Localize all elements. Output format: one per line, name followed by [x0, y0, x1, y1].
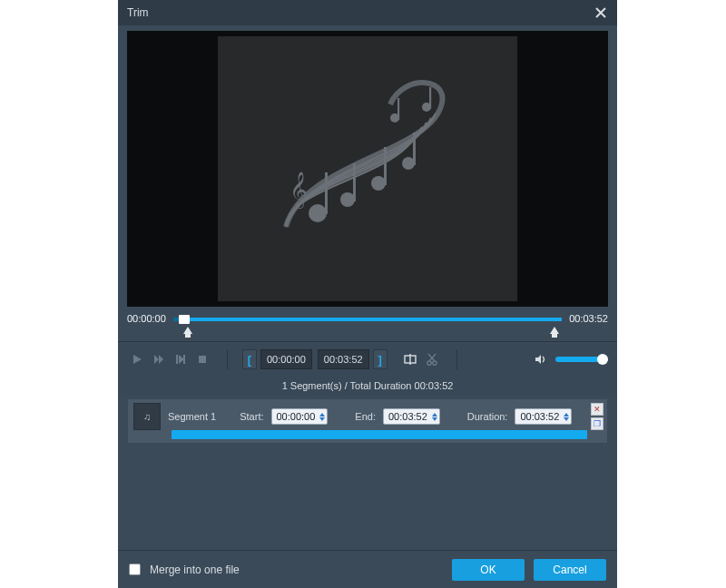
segment-start-field[interactable]: 00:00:00 [271, 408, 329, 425]
cut-button[interactable] [422, 349, 442, 369]
svg-rect-10 [397, 98, 399, 120]
close-icon [595, 7, 606, 18]
volume-slider[interactable] [555, 357, 608, 362]
music-artwork-icon: 𝄞 [250, 64, 486, 275]
trim-end-handle[interactable] [550, 327, 559, 334]
timeline-track[interactable] [173, 312, 562, 325]
music-note-icon: ♫ [143, 411, 151, 422]
set-end-button[interactable]: ] [373, 349, 388, 369]
segment-row[interactable]: ♫ Segment 1 Start: 00:00:00 End: 00:03:5… [127, 398, 608, 444]
merge-label: Merge into one file [150, 564, 240, 576]
segment-duration-field[interactable]: 00:03:52 [515, 408, 572, 425]
set-start-button[interactable]: [ [242, 349, 257, 369]
preview-thumbnail: 𝄞 [218, 36, 517, 301]
close-button[interactable] [594, 5, 608, 20]
duplicate-segment-button[interactable]: ❐ [591, 417, 603, 430]
svg-rect-1 [325, 172, 328, 214]
trim-start-handle[interactable] [183, 327, 192, 334]
segments-empty-area [118, 446, 617, 550]
start-timecode[interactable]: 00:00:00 [260, 349, 312, 369]
svg-rect-13 [199, 356, 206, 363]
svg-text:𝄞: 𝄞 [289, 172, 308, 209]
svg-rect-5 [384, 147, 387, 185]
duration-label: Duration: [467, 411, 508, 422]
end-timecode[interactable]: 00:03:52 [318, 349, 369, 369]
merge-checkbox[interactable] [129, 564, 141, 575]
svg-rect-7 [413, 132, 416, 165]
titlebar: Trim [118, 0, 617, 25]
timeline: 00:00:00 00:03:52 [118, 307, 617, 327]
cancel-button[interactable]: Cancel [534, 559, 606, 581]
end-label: End: [355, 411, 376, 422]
segment-status: 1 Segment(s) / Total Duration 00:03:52 [118, 375, 617, 397]
svg-point-4 [371, 176, 386, 191]
dialog-footer: Merge into one file OK Cancel [118, 550, 617, 588]
segment-thumbnail: ♫ [133, 403, 161, 430]
svg-point-2 [340, 192, 355, 207]
playback-controls: [ 00:00:00 00:03:52 ] [118, 344, 617, 375]
fast-forward-button[interactable] [149, 349, 169, 369]
timeline-playhead[interactable] [179, 315, 190, 324]
segment-name: Segment 1 [168, 411, 216, 422]
trim-handles [127, 327, 608, 339]
stop-button[interactable] [192, 349, 212, 369]
svg-point-0 [309, 204, 327, 222]
segment-range-bar[interactable] [172, 430, 587, 439]
svg-point-16 [432, 361, 436, 365]
split-button[interactable] [400, 349, 420, 369]
svg-rect-3 [353, 163, 356, 201]
volume-knob[interactable] [597, 354, 608, 365]
current-time-label: 00:00:00 [127, 313, 166, 324]
preview-area: 𝄞 [127, 31, 608, 307]
svg-point-6 [402, 157, 415, 170]
dialog-title: Trim [127, 6, 149, 19]
trim-dialog: Trim [118, 0, 617, 588]
total-time-label: 00:03:52 [569, 313, 608, 324]
play-button[interactable] [127, 349, 147, 369]
volume-icon[interactable] [530, 349, 550, 369]
ok-button[interactable]: OK [452, 559, 525, 581]
svg-point-15 [427, 361, 430, 365]
next-frame-button[interactable] [171, 349, 191, 369]
start-label: Start: [240, 411, 263, 422]
svg-rect-12 [429, 87, 431, 109]
segment-end-field[interactable]: 00:03:52 [383, 408, 440, 425]
delete-segment-button[interactable]: ✕ [591, 403, 603, 416]
